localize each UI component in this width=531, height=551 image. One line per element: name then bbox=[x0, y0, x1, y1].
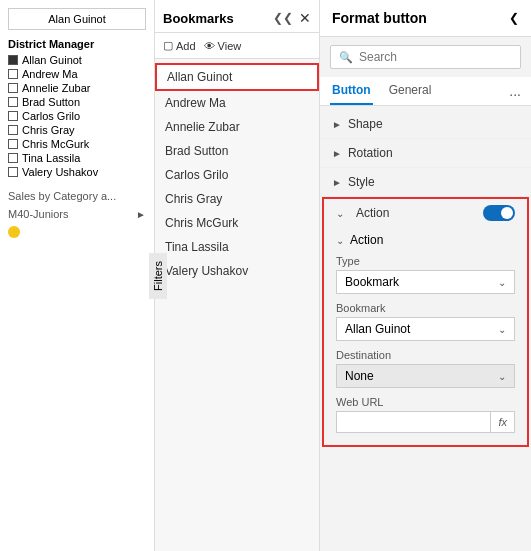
yellow-circle bbox=[8, 226, 20, 238]
bookmark-item[interactable]: Valery Ushakov bbox=[155, 259, 319, 283]
action-header[interactable]: ⌄ Action bbox=[324, 199, 527, 227]
district-name: Chris McGurk bbox=[22, 138, 89, 150]
pin-icon[interactable]: ❮ bbox=[509, 11, 519, 25]
shape-label: Shape bbox=[348, 117, 383, 131]
sub-action-row[interactable]: ⌄ Action bbox=[336, 233, 515, 247]
weburl-row: fx bbox=[336, 411, 515, 433]
rotation-label: Rotation bbox=[348, 146, 393, 160]
district-name: Chris Gray bbox=[22, 124, 75, 136]
checkbox bbox=[8, 125, 18, 135]
bk-actions: ▢ Add 👁 View bbox=[155, 33, 319, 59]
m40-row[interactable]: M40-Juniors ► bbox=[8, 208, 146, 220]
add-bookmark-button[interactable]: ▢ Add bbox=[163, 39, 196, 52]
section-rotation[interactable]: ► Rotation bbox=[320, 139, 531, 168]
district-name: Brad Sutton bbox=[22, 96, 80, 108]
bookmarks-title: Bookmarks bbox=[163, 11, 234, 26]
add-label: Add bbox=[176, 40, 196, 52]
destination-value: None bbox=[345, 369, 374, 383]
district-name: Tina Lassila bbox=[22, 152, 80, 164]
section-shape[interactable]: ► Shape bbox=[320, 110, 531, 139]
checkbox bbox=[8, 111, 18, 121]
bookmark-item[interactable]: Brad Sutton bbox=[155, 139, 319, 163]
action-expand-icon: ⌄ bbox=[336, 208, 344, 219]
bookmark-item[interactable]: Chris McGurk bbox=[155, 211, 319, 235]
action-toggle[interactable] bbox=[483, 205, 515, 221]
action-section: ⌄ Action ⌄ Action Type Bookmark ⌄ Bookma… bbox=[322, 197, 529, 447]
toggle-circle bbox=[501, 207, 513, 219]
district-item[interactable]: Chris Gray bbox=[8, 124, 146, 136]
filters-tab[interactable]: Filters bbox=[149, 253, 167, 299]
tab-button[interactable]: Button bbox=[330, 77, 373, 105]
bookmarks-list: Allan GuinotAndrew MaAnnelie ZubarBrad S… bbox=[155, 59, 319, 287]
tabs-row: Button General ... bbox=[320, 77, 531, 106]
action-label: Action bbox=[356, 206, 389, 220]
bookmarks-header: Bookmarks ❮❮ ✕ bbox=[155, 0, 319, 33]
checkbox bbox=[8, 167, 18, 177]
destination-dropdown-arrow-icon: ⌄ bbox=[498, 371, 506, 382]
view-label: View bbox=[218, 40, 242, 52]
right-header: Format button ❮ bbox=[320, 0, 531, 37]
add-icon: ▢ bbox=[163, 39, 173, 52]
tab-general[interactable]: General bbox=[387, 77, 434, 105]
bookmark-item[interactable]: Andrew Ma bbox=[155, 91, 319, 115]
right-panel: Format button ❮ 🔍 Button General ... ► S… bbox=[320, 0, 531, 551]
district-item[interactable]: Valery Ushakov bbox=[8, 166, 146, 178]
action-body: ⌄ Action Type Bookmark ⌄ Bookmark Allan … bbox=[324, 227, 527, 445]
district-item[interactable]: Brad Sutton bbox=[8, 96, 146, 108]
checkbox bbox=[8, 69, 18, 79]
type-dropdown[interactable]: Bookmark ⌄ bbox=[336, 270, 515, 294]
left-bottom: Sales by Category a... M40-Juniors ► bbox=[8, 190, 146, 238]
sub-action-label: Action bbox=[350, 233, 383, 247]
checkbox bbox=[8, 55, 18, 65]
district-item[interactable]: Tina Lassila bbox=[8, 152, 146, 164]
district-name: Andrew Ma bbox=[22, 68, 78, 80]
bookmark-item[interactable]: Annelie Zubar bbox=[155, 115, 319, 139]
view-bookmark-button[interactable]: 👁 View bbox=[204, 39, 242, 52]
bookmark-value: Allan Guinot bbox=[345, 322, 410, 336]
close-icon[interactable]: ✕ bbox=[299, 10, 311, 26]
bookmark-item[interactable]: Tina Lassila bbox=[155, 235, 319, 259]
sections: ► Shape ► Rotation ► Style ⌄ Action bbox=[320, 106, 531, 551]
expand-icon[interactable]: ❮❮ bbox=[273, 11, 293, 25]
district-item[interactable]: Allan Guinot bbox=[8, 54, 146, 66]
district-item[interactable]: Carlos Grilo bbox=[8, 110, 146, 122]
destination-field-label: Destination bbox=[336, 349, 515, 361]
bookmark-dropdown-arrow-icon: ⌄ bbox=[498, 324, 506, 335]
district-name: Carlos Grilo bbox=[22, 110, 80, 122]
bookmark-item[interactable]: Carlos Grilo bbox=[155, 163, 319, 187]
search-input[interactable] bbox=[359, 50, 512, 64]
weburl-input[interactable] bbox=[336, 411, 491, 433]
type-dropdown-arrow-icon: ⌄ bbox=[498, 277, 506, 288]
right-title: Format button bbox=[332, 10, 427, 26]
sub-action-chevron-icon: ⌄ bbox=[336, 235, 344, 246]
bookmark-item[interactable]: Allan Guinot bbox=[155, 63, 319, 91]
checkbox bbox=[8, 153, 18, 163]
district-box[interactable]: Alan Guinot bbox=[8, 8, 146, 30]
district-label: District Manager bbox=[8, 38, 146, 50]
bookmark-dropdown[interactable]: Allan Guinot ⌄ bbox=[336, 317, 515, 341]
district-name: Allan Guinot bbox=[22, 54, 82, 66]
district-list: Allan GuinotAndrew MaAnnelie ZubarBrad S… bbox=[8, 54, 146, 178]
sales-label: Sales by Category a... bbox=[8, 190, 146, 202]
district-item[interactable]: Annelie Zubar bbox=[8, 82, 146, 94]
rotation-chevron-icon: ► bbox=[332, 148, 342, 159]
right-header-icons: ❮ bbox=[509, 11, 519, 25]
view-icon: 👁 bbox=[204, 40, 215, 52]
fx-button[interactable]: fx bbox=[491, 411, 515, 433]
m40-label: M40-Juniors bbox=[8, 208, 69, 220]
district-name: Annelie Zubar bbox=[22, 82, 91, 94]
destination-dropdown[interactable]: None ⌄ bbox=[336, 364, 515, 388]
district-name: Valery Ushakov bbox=[22, 166, 98, 178]
style-chevron-icon: ► bbox=[332, 177, 342, 188]
section-style[interactable]: ► Style bbox=[320, 168, 531, 197]
checkbox bbox=[8, 83, 18, 93]
bookmark-item[interactable]: Chris Gray bbox=[155, 187, 319, 211]
district-item[interactable]: Andrew Ma bbox=[8, 68, 146, 80]
bookmarks-header-icons: ❮❮ ✕ bbox=[273, 10, 311, 26]
tab-more-icon[interactable]: ... bbox=[509, 83, 521, 99]
type-field-label: Type bbox=[336, 255, 515, 267]
left-panel: Alan Guinot District Manager Allan Guino… bbox=[0, 0, 155, 551]
district-item[interactable]: Chris McGurk bbox=[8, 138, 146, 150]
action-header-left: ⌄ Action bbox=[336, 206, 389, 220]
checkbox bbox=[8, 97, 18, 107]
